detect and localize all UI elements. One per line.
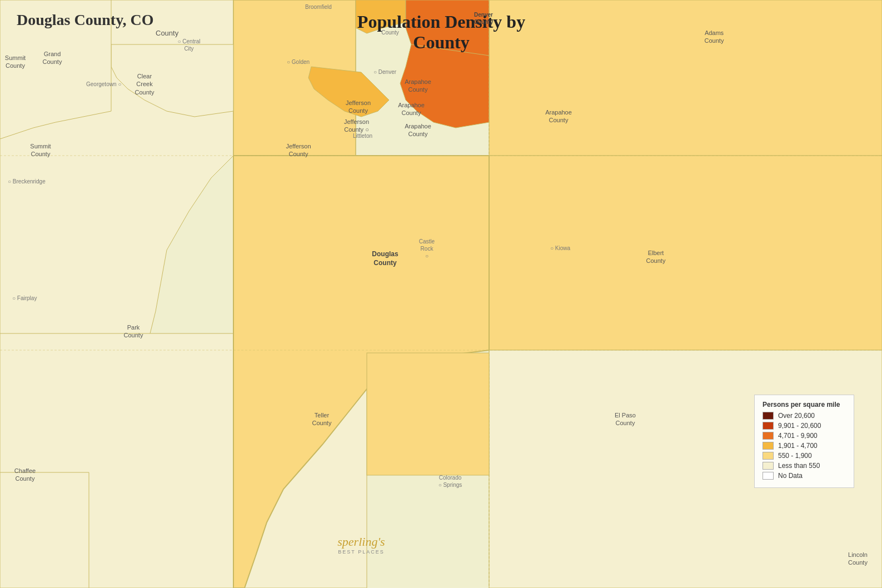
legend-label-6: Less than 550	[778, 462, 820, 470]
map-title: Population Density by County	[333, 12, 549, 53]
legend-title: Persons per square mile	[763, 401, 846, 408]
legend-color-5	[763, 452, 774, 460]
legend-color-4	[763, 442, 774, 450]
subtitle-text: County	[156, 29, 178, 37]
legend-color-7	[763, 472, 774, 480]
legend-color-1	[763, 412, 774, 420]
svg-marker-3	[489, 156, 882, 350]
legend-color-3	[763, 432, 774, 440]
logo-name: sperling's	[328, 535, 395, 549]
legend-color-6	[763, 462, 774, 470]
legend: Persons per square mile Over 20,600 9,90…	[754, 395, 854, 488]
legend-item-6: Less than 550	[763, 462, 846, 470]
svg-rect-19	[367, 353, 489, 475]
page-subtitle: County	[156, 29, 178, 37]
logo-subtitle: BEST PLACES	[328, 549, 395, 555]
svg-marker-15	[0, 472, 89, 588]
legend-label-7: No Data	[778, 472, 803, 480]
page-title: Douglas County, CO	[17, 11, 154, 29]
legend-item-2: 9,901 - 20,600	[763, 422, 846, 430]
title-text: Douglas County, CO	[17, 11, 154, 28]
map-title-text: Population Density by County	[357, 12, 525, 52]
legend-label-5: 550 - 1,900	[778, 452, 812, 460]
legend-item-3: 4,701 - 9,900	[763, 432, 846, 440]
map-container: Douglas County, CO County Population Den…	[0, 0, 882, 588]
sperling-logo: sperling's BEST PLACES	[328, 535, 395, 555]
legend-item-7: No Data	[763, 472, 846, 480]
legend-item-1: Over 20,600	[763, 412, 846, 420]
legend-label-4: 1,901 - 4,700	[778, 442, 818, 450]
legend-item-5: 550 - 1,900	[763, 452, 846, 460]
legend-label-1: Over 20,600	[778, 412, 815, 420]
legend-label-3: 4,701 - 9,900	[778, 432, 818, 440]
legend-label-2: 9,901 - 20,600	[778, 422, 821, 430]
legend-item-4: 1,901 - 4,700	[763, 442, 846, 450]
legend-color-2	[763, 422, 774, 430]
